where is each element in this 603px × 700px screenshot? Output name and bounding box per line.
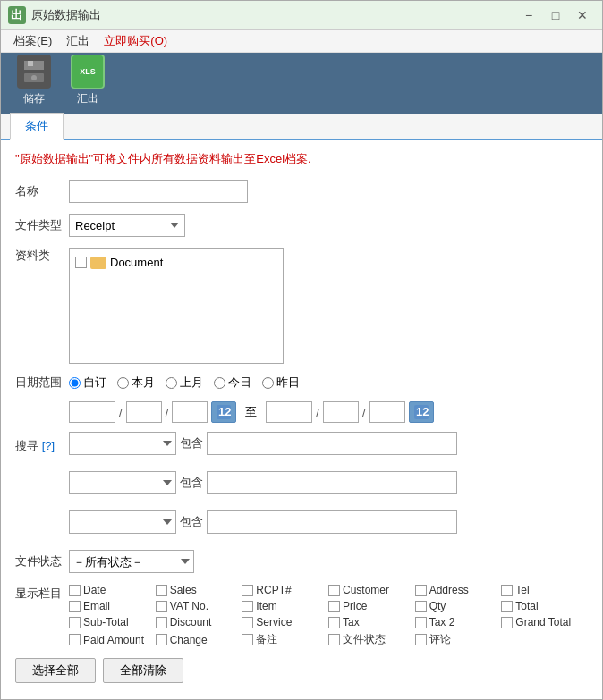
file-status-select[interactable]: －所有状态－ — [69, 550, 194, 573]
date-from-year[interactable] — [69, 401, 115, 423]
checkbox-grand-total[interactable] — [501, 617, 513, 628]
checkbox-price[interactable] — [328, 601, 340, 612]
label-date: Date — [83, 584, 106, 596]
checkbox-tax2[interactable] — [415, 617, 427, 628]
label-change: Change — [170, 634, 208, 646]
export-label: 汇出 — [77, 91, 98, 106]
col-tax2: Tax 2 — [415, 616, 502, 628]
radio-today[interactable]: 今日 — [214, 375, 251, 391]
radio-this-month[interactable]: 本月 — [117, 375, 155, 391]
checkbox-discount[interactable] — [156, 617, 167, 628]
search-label: 搜寻 [?] — [15, 438, 69, 454]
checkbox-paid-amount[interactable] — [69, 634, 81, 645]
label-remarks: 备注 — [256, 632, 277, 647]
checkbox-rcpt[interactable] — [242, 585, 253, 596]
date-to-year[interactable] — [266, 401, 312, 423]
checkbox-item[interactable] — [242, 601, 253, 612]
save-toolbar-button[interactable]: 储存 — [10, 51, 58, 110]
search-help[interactable]: [?] — [42, 439, 55, 452]
date-to-day[interactable] — [369, 401, 405, 423]
radio-yesterday[interactable]: 昨日 — [262, 375, 300, 391]
col-paid-amount: Paid Amount — [69, 632, 156, 647]
clear-all-button[interactable]: 全部清除 — [103, 658, 183, 683]
file-type-row: 文件类型 Receipt Invoice Order — [15, 214, 588, 237]
label-vat-no: VAT No. — [170, 600, 208, 612]
calendar-from-button[interactable]: 12 — [211, 401, 236, 423]
resource-tree: Document — [69, 248, 284, 364]
file-type-select[interactable]: Receipt Invoice Order — [69, 214, 185, 237]
export-toolbar-button[interactable]: XLS 汇出 — [64, 51, 112, 110]
search-row-2: 包含 — [69, 471, 457, 494]
search-text-1[interactable] — [207, 432, 457, 455]
display-cols-section: 显示栏目 Date Sales RCPT# Customer — [15, 584, 588, 647]
close-button[interactable]: ✕ — [570, 5, 595, 25]
label-tel: Tel — [515, 584, 529, 596]
checkbox-customer[interactable] — [328, 585, 340, 596]
search-select-3[interactable] — [69, 510, 176, 534]
search-select-1[interactable] — [69, 432, 176, 455]
menu-buy[interactable]: 立即购买(O) — [97, 30, 174, 52]
file-status-label: 文件状态 — [15, 553, 69, 569]
checkbox-service[interactable] — [242, 617, 253, 628]
date-from-day[interactable] — [172, 401, 208, 423]
label-price: Price — [343, 600, 367, 612]
maximize-button[interactable]: □ — [543, 5, 568, 25]
col-grand-total: Grand Total — [501, 616, 588, 628]
date-to-month[interactable] — [323, 401, 359, 423]
name-input[interactable] — [69, 180, 248, 203]
col-remarks: 备注 — [242, 632, 328, 647]
search-row-3: 包含 — [69, 510, 457, 534]
checkbox-qty[interactable] — [415, 601, 427, 612]
svg-text:12: 12 — [218, 405, 231, 418]
checkbox-tax[interactable] — [328, 617, 340, 628]
search-text-2[interactable] — [207, 471, 457, 494]
file-type-wrapper: Receipt Invoice Order — [69, 214, 185, 237]
checkbox-comment[interactable] — [415, 634, 427, 645]
label-customer: Customer — [343, 584, 389, 596]
search-row-1: 包含 — [69, 432, 457, 455]
title-bar: 出 原始数据输出 − □ ✕ — [1, 1, 602, 30]
label-sales: Sales — [170, 584, 197, 596]
menu-file[interactable]: 档案(E) — [6, 30, 59, 52]
checkbox-address[interactable] — [415, 585, 427, 596]
checkbox-change[interactable] — [156, 634, 167, 645]
col-service: Service — [242, 616, 328, 628]
window-controls: − □ ✕ — [516, 5, 595, 25]
select-all-button[interactable]: 选择全部 — [15, 658, 96, 683]
main-window: 出 原始数据输出 − □ ✕ 档案(E) 汇出 立即购买(O) 储 — [0, 0, 603, 700]
xls-icon: XLS — [71, 55, 105, 89]
search-text-3[interactable] — [207, 510, 457, 534]
name-label: 名称 — [15, 183, 69, 199]
label-address: Address — [429, 584, 469, 596]
col-sub-total: Sub-Total — [69, 616, 156, 628]
checkbox-email[interactable] — [69, 601, 81, 612]
col-total: Total — [501, 600, 588, 612]
label-service: Service — [256, 616, 292, 628]
checkbox-total[interactable] — [501, 601, 513, 612]
contains-label-2: 包含 — [180, 475, 203, 491]
date-from-month[interactable] — [126, 401, 162, 423]
checkbox-sales[interactable] — [156, 585, 167, 596]
checkbox-date[interactable] — [69, 585, 81, 596]
tab-conditions[interactable]: 条件 — [10, 113, 64, 140]
label-comment: 评论 — [429, 632, 451, 647]
calendar-to-button[interactable]: 12 — [409, 401, 434, 423]
app-icon: 出 — [8, 6, 26, 24]
toolbar: 储存 XLS 汇出 — [1, 53, 602, 114]
radio-custom[interactable]: 自订 — [69, 375, 106, 391]
checkbox-remarks[interactable] — [242, 634, 253, 645]
label-qty: Qty — [429, 600, 446, 612]
checkbox-file-status[interactable] — [328, 634, 340, 645]
radio-last-month[interactable]: 上月 — [166, 375, 203, 391]
tree-checkbox-document[interactable] — [75, 257, 87, 268]
search-select-2[interactable] — [69, 471, 176, 494]
checkbox-sub-total[interactable] — [69, 617, 81, 628]
menu-export[interactable]: 汇出 — [59, 30, 97, 52]
label-file-status: 文件状态 — [343, 632, 386, 647]
checkbox-vat-no[interactable] — [156, 601, 167, 612]
col-item: Item — [242, 600, 328, 612]
date-inputs-row: / / 12 至 / / 12 — [69, 401, 588, 423]
checkbox-tel[interactable] — [501, 585, 513, 596]
minimize-button[interactable]: − — [516, 5, 541, 25]
col-comment: 评论 — [415, 632, 502, 647]
